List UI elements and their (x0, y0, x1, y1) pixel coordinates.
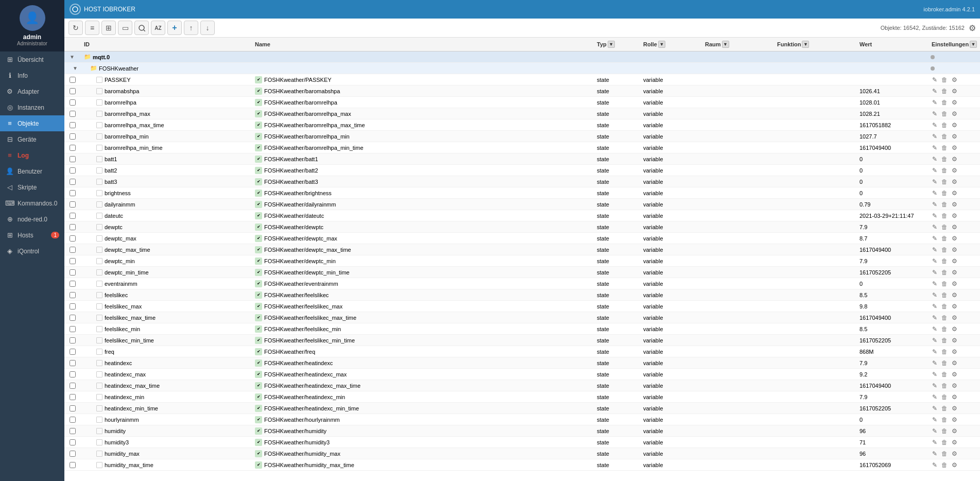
delete-button[interactable]: 🗑 (940, 200, 949, 209)
more-button[interactable]: ⚙ (950, 155, 958, 163)
row-checkbox[interactable] (64, 98, 81, 107)
more-button[interactable]: ⚙ (950, 404, 958, 413)
row-checkbox[interactable] (64, 200, 81, 209)
view-button[interactable]: ▭ (118, 21, 132, 35)
row-checkbox[interactable] (64, 280, 81, 288)
table-row[interactable]: heatindexc_max_time ✔ FOSHKweather/heati… (64, 380, 980, 391)
table-row[interactable]: dewptc_min ✔ FOSHKweather/dewptc_min sta… (64, 255, 980, 267)
table-row[interactable]: dailyrainmm ✔ FOSHKweather/dailyrainmm s… (64, 199, 980, 210)
more-button[interactable]: ⚙ (950, 110, 958, 118)
table-row[interactable]: humidity_max ✔ FOSHKweather/humidity_max… (64, 448, 980, 459)
row-checkbox[interactable] (64, 370, 81, 379)
table-row[interactable]: dewptc_max ✔ FOSHKweather/dewptc_max sta… (64, 233, 980, 244)
delete-button[interactable]: 🗑 (940, 370, 949, 379)
delete-button[interactable]: 🗑 (940, 144, 949, 152)
col-header-einstellungen[interactable]: Einstellungen ▼ (929, 40, 980, 49)
delete-button[interactable]: 🗑 (940, 336, 949, 345)
more-button[interactable]: ⚙ (950, 416, 958, 424)
row-checkbox[interactable] (64, 393, 81, 401)
download-button[interactable]: ↓ (200, 21, 215, 35)
more-button[interactable]: ⚙ (950, 348, 958, 356)
row-checkbox[interactable] (64, 155, 81, 163)
row-select[interactable] (70, 428, 76, 434)
table-row[interactable]: baromrelhpa ✔ FOSHKweather/baromrelhpa s… (64, 97, 980, 108)
more-button[interactable]: ⚙ (950, 359, 958, 367)
edit-button[interactable]: ✎ (931, 302, 939, 311)
row-select[interactable] (70, 405, 76, 411)
delete-button[interactable]: 🗑 (940, 178, 949, 186)
more-button[interactable]: ⚙ (950, 382, 958, 390)
table-row[interactable]: heatindexc ✔ FOSHKweather/heatindexc sta… (64, 357, 980, 369)
row-checkbox[interactable] (64, 87, 81, 95)
expand-icon[interactable]: ▼ (70, 54, 75, 60)
table-row[interactable]: hourlyrainmm ✔ FOSHKweather/hourlyrainmm… (64, 414, 980, 425)
sidebar-item-nodered[interactable]: ⊕ node-red.0 (0, 211, 64, 227)
col-header-typ[interactable]: Typ ▼ (594, 40, 640, 49)
refresh-button[interactable]: ↻ (68, 21, 83, 35)
edit-button[interactable]: ✎ (931, 246, 939, 254)
col-header-rolle[interactable]: Rolle ▼ (640, 40, 702, 49)
row-checkbox[interactable] (64, 110, 81, 118)
table-row[interactable]: ▼ 📁 mqtt.0 (64, 51, 980, 63)
sidebar-item-log[interactable]: ≡ Log (0, 147, 64, 163)
edit-button[interactable]: ✎ (931, 166, 939, 175)
table-row[interactable]: PASSKEY ✔ FOSHKweather/PASSKEY state var… (64, 74, 980, 85)
table-row[interactable]: baromrelhpa_max ✔ FOSHKweather/baromrelh… (64, 108, 980, 119)
table-row[interactable]: feelslikec_max ✔ FOSHKweather/feelslikec… (64, 301, 980, 312)
row-select[interactable] (70, 122, 76, 128)
delete-button[interactable]: 🗑 (940, 223, 949, 231)
edit-button[interactable]: ✎ (931, 110, 939, 118)
edit-button[interactable]: ✎ (931, 223, 939, 231)
table-row[interactable]: humidity3 ✔ FOSHKweather/humidity3 state… (64, 437, 980, 448)
edit-button[interactable]: ✎ (931, 427, 939, 435)
table-row[interactable]: baromrelhpa_min_time ✔ FOSHKweather/baro… (64, 142, 980, 153)
table-row[interactable]: humidity ✔ FOSHKweather/humidity state v… (64, 425, 980, 437)
more-button[interactable]: ⚙ (950, 325, 958, 333)
edit-button[interactable]: ✎ (931, 234, 939, 243)
sidebar-item-instanzen[interactable]: ◎ Instanzen (0, 99, 64, 115)
row-checkbox[interactable] (64, 450, 81, 458)
edit-button[interactable]: ✎ (931, 416, 939, 424)
row-select[interactable] (70, 156, 76, 162)
more-button[interactable]: ⚙ (950, 144, 958, 152)
more-button[interactable]: ⚙ (950, 291, 958, 299)
row-checkbox[interactable] (64, 314, 81, 322)
table-row[interactable]: dewptc ✔ FOSHKweather/dewptc state varia… (64, 221, 980, 233)
edit-button[interactable]: ✎ (931, 98, 939, 107)
row-select[interactable] (70, 99, 76, 106)
delete-button[interactable]: 🗑 (940, 359, 949, 367)
delete-button[interactable]: 🗑 (940, 189, 949, 197)
row-checkbox[interactable] (64, 325, 81, 333)
edit-button[interactable]: ✎ (931, 291, 939, 299)
row-checkbox[interactable] (64, 246, 81, 254)
row-checkbox[interactable] (64, 382, 81, 390)
edit-button[interactable]: ✎ (931, 438, 939, 446)
edit-button[interactable]: ✎ (931, 382, 939, 390)
more-button[interactable]: ⚙ (950, 121, 958, 129)
delete-button[interactable]: 🗑 (940, 438, 949, 446)
row-select[interactable] (70, 111, 76, 117)
table-row[interactable]: heatindexc_min_time ✔ FOSHKweather/heati… (64, 403, 980, 414)
sidebar-item-uebersicht[interactable]: ⊞ Übersicht (0, 51, 64, 67)
edit-button[interactable]: ✎ (931, 461, 939, 469)
table-row[interactable]: feelslikec ✔ FOSHKweather/feelslikec sta… (64, 289, 980, 301)
delete-button[interactable]: 🗑 (940, 450, 949, 458)
list-view-button[interactable]: ≡ (85, 21, 99, 35)
edit-button[interactable]: ✎ (931, 200, 939, 209)
expand-icon[interactable]: ▼ (66, 65, 78, 71)
row-select[interactable] (70, 462, 76, 468)
more-button[interactable]: ⚙ (950, 234, 958, 243)
row-checkbox[interactable] (64, 121, 81, 129)
row-select[interactable] (70, 315, 76, 321)
edit-button[interactable]: ✎ (931, 359, 939, 367)
table-row[interactable]: dewptc_max_time ✔ FOSHKweather/dewptc_ma… (64, 244, 980, 255)
row-select[interactable] (70, 371, 76, 377)
row-checkbox[interactable] (64, 438, 81, 446)
more-button[interactable]: ⚙ (950, 223, 958, 231)
more-button[interactable]: ⚙ (950, 246, 958, 254)
delete-button[interactable]: 🗑 (940, 246, 949, 254)
table-row[interactable]: batt2 ✔ FOSHKweather/batt2 state variabl… (64, 165, 980, 176)
raum-filter-btn[interactable]: ▼ (722, 41, 729, 48)
row-select[interactable] (70, 77, 76, 83)
col-header-raum[interactable]: Raum ▼ (702, 40, 774, 49)
